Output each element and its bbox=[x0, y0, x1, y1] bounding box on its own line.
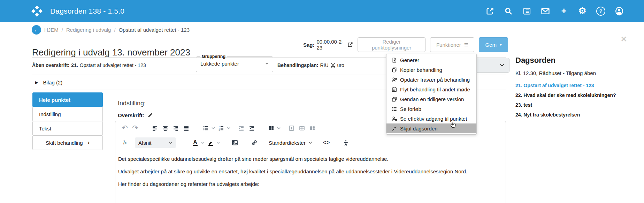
gem-button[interactable]: Gem ▾ bbox=[479, 37, 508, 52]
bilag-accordion-toggle[interactable]: ▶ Bilag (2) bbox=[35, 80, 62, 85]
align-right-icon[interactable] bbox=[170, 123, 181, 133]
svg-text:3: 3 bbox=[219, 129, 220, 131]
bullet-list-icon[interactable] bbox=[200, 123, 211, 133]
mail-icon[interactable] bbox=[539, 5, 552, 17]
redo-icon[interactable]: ↷ bbox=[130, 123, 140, 133]
clear-format-sub: x bbox=[125, 141, 127, 145]
outdent-icon[interactable] bbox=[236, 123, 246, 133]
calendar-icon bbox=[391, 87, 397, 92]
funktioner-button[interactable]: Funktioner ≡ bbox=[430, 37, 475, 52]
back-arrow-icon[interactable]: ← bbox=[32, 25, 41, 35]
gruppering-select[interactable]: Lukkede punkter bbox=[200, 59, 269, 68]
chevron-right-icon: › bbox=[88, 140, 90, 146]
settings-gear-icon[interactable]: ⚙ bbox=[576, 5, 589, 17]
agenda-title: Dagsorden bbox=[515, 56, 637, 65]
insert-link-icon[interactable] bbox=[249, 137, 260, 148]
help-icon[interactable]: ? bbox=[595, 5, 607, 17]
agenda-list-icon[interactable] bbox=[521, 5, 533, 17]
breadcrumb-separator: / bbox=[114, 27, 115, 33]
editor-paragraph: Udvalget arbejder på at sikre og udvikle… bbox=[118, 168, 499, 175]
close-icon[interactable]: × bbox=[621, 34, 627, 44]
app-title: Dagsorden 138 - 1.5.0 bbox=[50, 7, 124, 15]
align-justify-icon[interactable] bbox=[181, 123, 191, 133]
table-columns-icon[interactable] bbox=[307, 123, 317, 133]
chevron-down-icon[interactable] bbox=[201, 142, 205, 144]
agenda-panel: Dagsorden Kl. 12.30, Rådhuset - Tilgang … bbox=[515, 56, 637, 122]
chevron-down-icon bbox=[169, 141, 172, 144]
case-reference: Sag: 00.00.00-2-23 bbox=[303, 39, 353, 51]
highlight-color-icon[interactable] bbox=[205, 137, 216, 148]
breadcrumb: ← HJEM / Redigering i udvalg / Opstart a… bbox=[32, 25, 190, 35]
table-cells-icon[interactable] bbox=[297, 123, 307, 133]
text-color-icon[interactable]: A bbox=[190, 137, 200, 148]
align-center-icon[interactable] bbox=[160, 123, 170, 133]
paragraph-format-select[interactable]: Afsnit bbox=[135, 137, 176, 148]
task-list-icon bbox=[391, 106, 397, 112]
search-icon[interactable] bbox=[502, 5, 515, 17]
agenda-item-24[interactable]: 24. Nyt fra skolebestyrelsen bbox=[515, 112, 637, 118]
agenda-item-21[interactable]: 21. Opstart af udvalget rettet - 123 bbox=[515, 83, 637, 88]
menu-item-se-effektiv-adgang[interactable]: Se effektiv adgang til punktet bbox=[386, 114, 476, 123]
align-left-icon[interactable] bbox=[150, 123, 160, 133]
menu-item-skjul-dagsorden[interactable]: Skjul dagsorden bbox=[386, 123, 476, 133]
rediger-punktoplysninger-button[interactable]: Rediger punktoplysninger bbox=[358, 37, 426, 52]
agenda-item-22[interactable]: 22. Hvad skal der ske med skolelukningen… bbox=[515, 92, 637, 98]
app-window: Dagsorden 138 - 1.5.0 bbox=[0, 0, 644, 203]
source-code-icon[interactable]: <> bbox=[321, 137, 332, 148]
menu-item-label: Gendan en tidligere version bbox=[400, 96, 464, 102]
open-heading-label: Åben overskrift: bbox=[32, 62, 69, 68]
chevron-down-icon bbox=[308, 141, 312, 144]
breadcrumb-current: Opstart af udvalget rettet - 123 bbox=[119, 27, 190, 33]
person-x-icon bbox=[391, 77, 397, 82]
editor-paragraph: Her finder du dagsordener og referater f… bbox=[118, 181, 499, 188]
help-question-glyph: ? bbox=[596, 7, 605, 16]
file-download-icon bbox=[391, 58, 397, 63]
chevron-down-icon[interactable] bbox=[227, 127, 230, 129]
editor-content[interactable]: Det specialespecifikke uddannelsesudvalg… bbox=[115, 150, 506, 187]
indent-icon[interactable] bbox=[246, 123, 257, 133]
agenda-item-23[interactable]: 23. test bbox=[515, 102, 637, 108]
format-select-value: Afsnit bbox=[138, 140, 152, 146]
case-external-link-icon[interactable] bbox=[347, 42, 353, 47]
chevron-down-icon[interactable] bbox=[216, 142, 220, 144]
breadcrumb-home-link[interactable]: HJEM bbox=[44, 27, 59, 33]
clear-formatting-icon[interactable]: Ix bbox=[120, 137, 130, 148]
copy-icon bbox=[391, 67, 397, 73]
gruppering-fieldset: Gruppering Lukkede punkter bbox=[196, 54, 273, 72]
page-title: Redigering i udvalg 13. november 2023 bbox=[32, 47, 190, 58]
menu-item-gendan-version[interactable]: Gendan en tidligere version bbox=[386, 94, 476, 104]
rediger-label: Rediger punktoplysninger bbox=[364, 39, 419, 51]
menu-item-opdater-fravaer[interactable]: Opdater fravær på behandling bbox=[386, 75, 476, 84]
person-access-icon bbox=[391, 116, 397, 121]
tab-skift-behandling[interactable]: Skift behandling › bbox=[32, 135, 103, 150]
numbered-list-icon[interactable]: 123 bbox=[216, 123, 226, 133]
tab-indstilling[interactable]: Indstilling bbox=[32, 107, 103, 121]
edit-pencil-icon[interactable] bbox=[147, 113, 153, 118]
table-paste-icon[interactable] bbox=[286, 123, 297, 133]
standardtekster-select[interactable]: Standardtekster bbox=[269, 140, 312, 146]
funktioner-dropdown-menu: Generer Kopier behandling Opdater fravær… bbox=[386, 54, 477, 135]
menu-item-se-forloeb[interactable]: Se forløb bbox=[386, 104, 476, 114]
chevron-down-icon[interactable] bbox=[277, 127, 281, 129]
tab-hele-punktet[interactable]: Hele punktet bbox=[32, 92, 103, 107]
insert-image-icon[interactable] bbox=[230, 137, 240, 148]
user-account-icon[interactable] bbox=[613, 5, 626, 17]
chevron-down-icon[interactable] bbox=[212, 127, 215, 129]
behandlingsplan-info: Behandlingsplan: RIU uro bbox=[277, 62, 344, 68]
tab-tekst[interactable]: Tekst bbox=[32, 121, 103, 136]
accessibility-check-icon[interactable] bbox=[341, 137, 351, 148]
table-icon[interactable] bbox=[266, 123, 276, 133]
menu-item-flyt-behandling[interactable]: Flyt behandling til andet møde bbox=[386, 84, 476, 94]
gem-label: Gem bbox=[485, 42, 497, 48]
app-logo-icon bbox=[30, 4, 44, 18]
breadcrumb-section-link[interactable]: Redigering i udvalg bbox=[66, 27, 111, 33]
menu-item-generer[interactable]: Generer bbox=[386, 55, 476, 65]
menu-item-kopier-behandling[interactable]: Kopier behandling bbox=[386, 65, 476, 75]
menu-item-label: Se forløb bbox=[400, 106, 421, 112]
add-icon[interactable]: + bbox=[558, 5, 570, 17]
overskrift-label: Overskrift: bbox=[118, 112, 144, 118]
open-external-icon[interactable] bbox=[484, 5, 496, 17]
open-heading-title: Opstart af udvalget rettet - 123 bbox=[80, 62, 146, 68]
undo-icon[interactable]: ↶ bbox=[120, 123, 130, 133]
caret-down-icon bbox=[265, 63, 269, 65]
